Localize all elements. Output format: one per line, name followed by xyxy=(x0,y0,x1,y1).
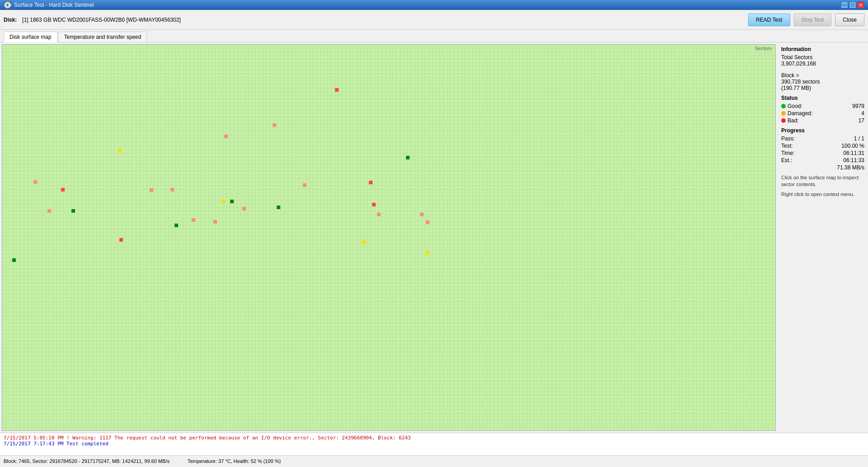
info-title: Information xyxy=(781,46,864,52)
test-value: 100.00 % xyxy=(841,143,864,149)
damaged-dot xyxy=(781,111,786,116)
status-title: Status xyxy=(781,95,864,101)
info-panel: Information Total Sectors 3,907,029,168 … xyxy=(778,42,868,433)
status-bad-row: Bad: 17 xyxy=(781,117,864,124)
damaged-label: Damaged: xyxy=(788,110,812,117)
bad-label: Bad: xyxy=(788,117,799,124)
block-value: 390,728 sectors(190.77 MB) xyxy=(781,79,864,91)
app-icon: 💽 xyxy=(4,1,11,9)
est-value: 06:11:33 xyxy=(843,157,864,163)
close-button[interactable]: Close xyxy=(835,14,864,26)
est-row: Est.: 06:11:33 xyxy=(781,157,864,163)
minimize-button[interactable]: — xyxy=(841,1,848,9)
surface-map-container[interactable]: Sectors xyxy=(2,44,776,431)
pass-row: Pass: 1 / 1 xyxy=(781,135,864,142)
good-label: Good: xyxy=(788,103,802,109)
block-status: Block: 7465, Sector: 2916784520 - 291717… xyxy=(4,458,170,464)
bad-value: 17 xyxy=(859,117,864,124)
total-sectors-label: Total Sectors xyxy=(781,54,864,61)
pass-label: Pass: xyxy=(781,135,795,142)
tabs: Disk surface map Temperature and transfe… xyxy=(0,30,868,42)
test-label: Test: xyxy=(781,143,793,149)
block-label: Block = xyxy=(781,72,864,79)
tab-temperature[interactable]: Temperature and transfer speed xyxy=(58,32,147,42)
temp-status: Temperature: 37 °C, Health: 52 % (100 %) xyxy=(188,458,281,464)
bad-dot xyxy=(781,118,786,123)
log-entry-warning: 7/15/2017 5:05:10 PM ! Warning: 1117 The… xyxy=(4,435,864,441)
status-damaged-row: Damaged: 4 xyxy=(781,110,864,117)
close-window-button[interactable]: ✕ xyxy=(857,1,864,9)
sectors-label: Sectors xyxy=(755,46,772,51)
est-label: Est.: xyxy=(781,157,792,163)
status-bar: Block: 7465, Sector: 2916784520 - 291717… xyxy=(0,455,868,466)
good-dot xyxy=(781,104,786,108)
test-row: Test: 100.00 % xyxy=(781,143,864,149)
tab-disk-surface-map[interactable]: Disk surface map xyxy=(4,32,57,42)
log-entry-info: 7/15/2017 7:17:43 PM Test completed xyxy=(4,441,864,447)
disk-info: [1] 1863 GB WDC WD2001FASS-00W2B0 [WD-WM… xyxy=(22,17,181,23)
toolbar: Disk: [1] 1863 GB WDC WD2001FASS-00W2B0 … xyxy=(0,10,868,30)
damaged-value: 4 xyxy=(861,110,864,117)
total-sectors-value: 3,907,029,168 xyxy=(781,61,864,67)
speed-value: 71.38 MB/s xyxy=(781,164,864,171)
status-good-row: Good: 9979 xyxy=(781,103,864,109)
map-and-info: Sectors Information Total Sectors 3,907,… xyxy=(0,42,868,433)
window-title: Surface Test - Hard Disk Sentinel xyxy=(14,2,841,8)
maximize-button[interactable]: □ xyxy=(849,1,856,9)
content-area: Sectors Information Total Sectors 3,907,… xyxy=(0,42,868,455)
progress-title: Progress xyxy=(781,127,864,134)
log-area[interactable]: 7/15/2017 5:05:10 PM ! Warning: 1117 The… xyxy=(0,433,868,455)
surface-canvas[interactable] xyxy=(2,45,775,430)
hint1: Click on the surface map to inspect sect… xyxy=(781,174,864,188)
title-bar: 💽 Surface Test - Hard Disk Sentinel — □ … xyxy=(0,0,868,10)
pass-value: 1 / 1 xyxy=(854,135,864,142)
stop-test-button[interactable]: Stop Test xyxy=(794,14,832,26)
read-test-button[interactable]: READ Test xyxy=(748,14,790,26)
good-value: 9979 xyxy=(852,103,864,109)
window-controls: — □ ✕ xyxy=(841,1,864,9)
time-value: 06:11:31 xyxy=(843,150,864,156)
time-row: Time: 06:11:31 xyxy=(781,150,864,156)
hint2: Right click to open context menu. xyxy=(781,191,864,198)
time-label: Time: xyxy=(781,150,795,156)
disk-label: Disk: xyxy=(4,17,17,23)
